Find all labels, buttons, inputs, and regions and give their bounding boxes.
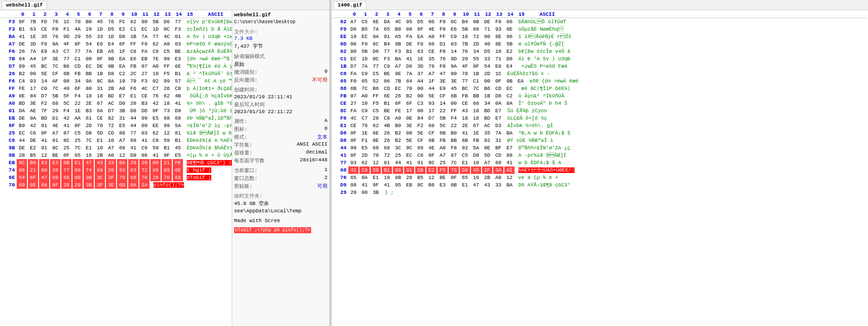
hex-byte[interactable]: AC	[106, 100, 116, 107]
hex-byte[interactable]: 35	[426, 55, 437, 63]
hex-byte[interactable]: C7	[150, 85, 161, 92]
hex-byte[interactable]: 9A	[84, 77, 94, 85]
hex-byte[interactable]: 45	[28, 63, 38, 70]
hex-byte[interactable]: 1F	[426, 77, 437, 85]
hex-byte[interactable]: FA	[139, 48, 150, 55]
hex-byte[interactable]: 99	[17, 63, 27, 70]
hex-byte[interactable]: E6	[95, 40, 105, 48]
hex-byte[interactable]: B2	[393, 137, 403, 144]
hex-byte[interactable]: 6E	[382, 92, 392, 100]
hex-byte[interactable]: FF	[371, 92, 381, 100]
hex-byte[interactable]: 65	[72, 152, 83, 159]
hex-byte[interactable]: 6A	[95, 107, 105, 115]
hex-byte[interactable]: 88	[504, 152, 515, 159]
hex-byte[interactable]: 63	[128, 166, 138, 174]
hex-byte[interactable]: 0C	[371, 55, 381, 63]
hex-byte[interactable]: 25	[393, 152, 403, 159]
hex-byte[interactable]: E5	[150, 115, 161, 122]
hex-byte[interactable]: BF	[493, 144, 503, 152]
hex-byte[interactable]: 2E	[84, 100, 94, 107]
hex-byte[interactable]: BD	[17, 100, 27, 107]
hex-byte[interactable]: E1	[84, 144, 94, 152]
hex-byte[interactable]: 0E	[371, 137, 381, 144]
hex-byte[interactable]: 5B	[150, 18, 161, 26]
hex-byte[interactable]: E1	[371, 174, 381, 181]
hex-byte[interactable]: C7	[61, 48, 72, 55]
hex-byte[interactable]: DE	[17, 144, 27, 152]
hex-byte[interactable]: 3F	[106, 174, 116, 181]
hex-byte[interactable]: 4F	[460, 63, 470, 70]
hex-byte[interactable]: A8	[437, 144, 448, 152]
hex-byte[interactable]: 29	[460, 55, 470, 63]
hex-byte[interactable]: E1	[72, 159, 83, 166]
hex-byte[interactable]: D1	[437, 40, 448, 48]
hex-byte[interactable]: CF	[437, 92, 448, 100]
hex-byte[interactable]: D6	[348, 26, 359, 33]
hex-byte[interactable]: 5B	[437, 115, 448, 122]
hex-byte[interactable]: 64	[404, 77, 414, 85]
hex-byte[interactable]: 1F	[117, 48, 127, 55]
hex-byte[interactable]: 9E	[393, 70, 403, 77]
hex-byte[interactable]: 65	[150, 166, 161, 174]
hex-byte[interactable]: F8	[493, 18, 503, 26]
hex-byte[interactable]: C6	[415, 152, 425, 159]
hex-byte[interactable]: D8	[84, 129, 94, 137]
hex-byte[interactable]: 28	[17, 152, 27, 159]
hex-byte[interactable]: BD	[482, 115, 492, 122]
hex-byte[interactable]: 65	[382, 26, 392, 33]
hex-byte[interactable]: 40	[482, 40, 492, 48]
hex-byte[interactable]: E4	[504, 63, 515, 70]
hex-byte[interactable]: D0	[504, 55, 515, 63]
hex-byte[interactable]: A7	[348, 18, 359, 26]
hex-byte[interactable]: 1D	[359, 55, 370, 63]
hex-byte[interactable]: 20	[128, 100, 138, 107]
hex-byte[interactable]: F8	[415, 40, 425, 48]
hex-byte[interactable]: 01	[173, 33, 183, 40]
hex-byte[interactable]: D8	[106, 70, 116, 77]
hex-byte[interactable]: 17	[28, 85, 38, 92]
hex-byte[interactable]: BD	[482, 107, 492, 115]
hex-byte[interactable]: B6	[61, 63, 72, 70]
hex-byte[interactable]: F9	[437, 18, 448, 26]
hex-byte[interactable]: 2D	[482, 70, 492, 77]
hex-byte[interactable]: B8	[393, 26, 403, 33]
hex-byte[interactable]: 61	[84, 115, 94, 122]
hex-byte[interactable]: 91	[50, 137, 60, 144]
hex-byte[interactable]: B3	[139, 100, 150, 107]
hex-byte[interactable]: 7A	[28, 48, 38, 55]
hex-byte[interactable]: 9A	[50, 40, 60, 48]
hex-byte[interactable]: DE	[17, 115, 27, 122]
hex-byte[interactable]: 1B	[128, 33, 138, 40]
hex-byte[interactable]: DE	[95, 63, 105, 70]
hex-byte[interactable]: 70	[72, 18, 83, 26]
hex-byte[interactable]: 02	[150, 77, 161, 85]
hex-byte[interactable]: BA	[117, 159, 127, 166]
hex-byte[interactable]: BD	[39, 115, 49, 122]
hex-byte[interactable]: BC	[39, 63, 49, 70]
right-hex-main[interactable]: 0 1 2 3 4 5 6 7 8 9 10 11 12 13 14 15 AS…	[332, 10, 868, 326]
hex-byte[interactable]: EB	[139, 55, 150, 63]
hex-byte[interactable]: 21	[162, 159, 172, 166]
hex-byte[interactable]: 12	[371, 159, 381, 166]
hex-byte[interactable]: 60	[39, 166, 49, 174]
hex-byte[interactable]: 65	[460, 174, 470, 181]
hex-byte[interactable]: 7F	[39, 107, 49, 115]
hex-byte[interactable]: 6C	[449, 18, 459, 26]
hex-byte[interactable]: 63	[415, 48, 425, 55]
hex-byte[interactable]: 33	[482, 55, 492, 63]
hex-byte[interactable]: 68	[50, 100, 60, 107]
hex-byte[interactable]: 1E	[72, 107, 83, 115]
hex-byte[interactable]: 1D	[150, 26, 161, 33]
hex-byte[interactable]: 3F	[95, 181, 105, 189]
hex-byte[interactable]: FA	[404, 33, 414, 40]
hex-byte[interactable]: 8F	[72, 40, 83, 48]
hex-byte[interactable]: 6C	[371, 40, 381, 48]
hex-byte[interactable]: 5C	[61, 100, 72, 107]
hex-byte[interactable]: 20	[150, 174, 161, 181]
hex-byte[interactable]: 25	[72, 137, 83, 144]
hex-byte[interactable]: 68	[426, 122, 437, 129]
hex-byte[interactable]: B1	[173, 137, 183, 144]
hex-byte[interactable]: 20	[139, 159, 150, 166]
hex-byte[interactable]: 41	[404, 159, 414, 166]
hex-byte[interactable]: 55	[471, 55, 481, 63]
